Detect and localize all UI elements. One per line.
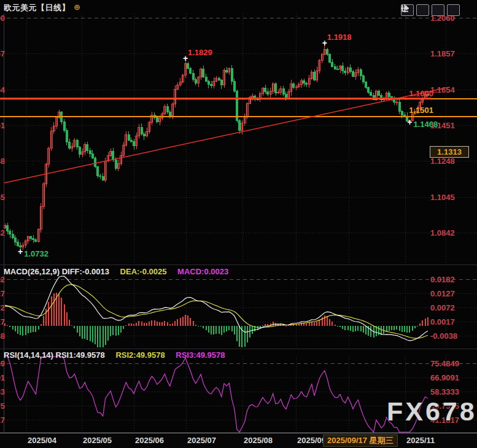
y-axis-label: 1.1654 (430, 85, 455, 95)
y-axis-label-left: -0.0038 (0, 331, 6, 341)
resistance-level-label: 1.1600 (403, 89, 433, 98)
time-axis[interactable]: 2025/04 2025/05 2025/06 2025/07 2025/08 … (0, 433, 477, 448)
y-axis-label-left: 1.1248 (0, 156, 6, 166)
y-axis-label: 0.0182 (430, 275, 455, 284)
chart-toolbar (401, 4, 460, 16)
y-axis-label: 1.1045 (430, 193, 455, 202)
y-axis-label-left: 0.0072 (0, 303, 6, 312)
high-price-annotation: 1.1829 (188, 48, 212, 57)
rsi1-value: RSI(14,14,14) RSI1:49.9578 (4, 350, 105, 360)
x-tick-label: 2025/09 (297, 436, 326, 445)
y-axis-label-left: 41.1817 (0, 415, 6, 425)
y-axis-label-left: 0.0182 (0, 275, 6, 284)
rsi3-value: RSI3:49.9578 (176, 350, 225, 360)
y-axis-label-left: 0.0017 (0, 317, 6, 326)
x-tick-label: 2025/06 (135, 436, 164, 445)
y-axis-zoom-button[interactable] (416, 4, 429, 16)
rsi2-value: RSI2:49.9578 (115, 350, 165, 360)
go-to-latest-button[interactable] (447, 4, 460, 16)
x-tick-label: 2025/11 (406, 436, 435, 445)
y-axis-label: 0.0127 (430, 289, 455, 298)
y-axis-auto-scale-button[interactable] (432, 4, 444, 16)
y-axis-label: 58.3333 (430, 387, 459, 396)
macd-diff-value: MACD(26,12,9) DIFF:-0.0013 (4, 267, 109, 276)
macd-header: MACD(26,12,9) DIFF:-0.0013 DEA:-0.0025 M… (4, 267, 237, 276)
y-axis-label-left: 0.0127 (0, 289, 6, 298)
crosshair-date-box: 2025/09/17 星期三 (323, 434, 398, 447)
low-price-annotation: 1.0732 (24, 249, 48, 258)
title-bar: 欧元美元【日线】 ⊕ (0, 0, 477, 16)
y-axis-label-left: 1.1857 (0, 49, 6, 58)
rsi-header: RSI(14,14,14) RSI1:49.9578 RSI2:49.9578 … (4, 350, 234, 360)
pan-right-icon (401, 4, 409, 12)
fx678-watermark: FX678 (387, 396, 477, 427)
y-axis-label: -0.0038 (430, 331, 457, 341)
y-axis-label-left: 1.1045 (0, 193, 6, 202)
y-axis-label-left: 66.9091 (0, 373, 6, 382)
x-tick-label: 2025/07 (187, 436, 216, 445)
extreme-cross-marker: + (183, 55, 188, 61)
add-indicator-icon[interactable]: ⊕ (74, 2, 80, 12)
extreme-cross-marker: + (18, 249, 23, 255)
extreme-cross-marker: + (322, 39, 327, 45)
y-axis-label: 75.4849 (430, 359, 459, 368)
support-level-label: 1.1501 (403, 106, 433, 115)
y-axis-label-left: 1.1654 (0, 85, 6, 95)
y-axis-label-left: 58.3333 (0, 387, 6, 396)
x-tick-label: 2025/05 (83, 436, 112, 445)
y-axis-label: 1.1451 (430, 121, 455, 130)
high-price-annotation: 1.1918 (327, 33, 352, 42)
y-axis-label-left: 1.1451 (0, 121, 6, 130)
extreme-cross-marker: + (407, 119, 412, 125)
y-axis-label: 1.1248 (430, 156, 455, 166)
y-axis-label: 1.0842 (430, 228, 455, 238)
chart-app: 欧元美元【日线】 ⊕ (0, 0, 477, 448)
x-tick-label: 2025/08 (244, 436, 273, 445)
macd-hist-value: MACD:0.0023 (177, 267, 228, 276)
y-axis-label: 1.1857 (430, 49, 455, 58)
y-axis-label-left: 75.4849 (0, 359, 6, 368)
candlestick-chart-canvas[interactable] (0, 0, 477, 448)
y-axis-label: 0.0072 (430, 303, 455, 312)
y-axis-label-left: 49.7575 (0, 401, 6, 411)
y-axis-label-left: 1.0842 (0, 228, 6, 238)
x-tick-label: 2025/04 (28, 436, 56, 445)
crosshair-price-box: 1.1313 (430, 146, 469, 158)
symbol-title: 欧元美元【日线】 (4, 2, 70, 14)
y-axis-label: 0.0017 (430, 317, 455, 326)
y-axis-label: 66.9091 (430, 373, 459, 382)
macd-dea-value: DEA:-0.0025 (120, 267, 167, 276)
